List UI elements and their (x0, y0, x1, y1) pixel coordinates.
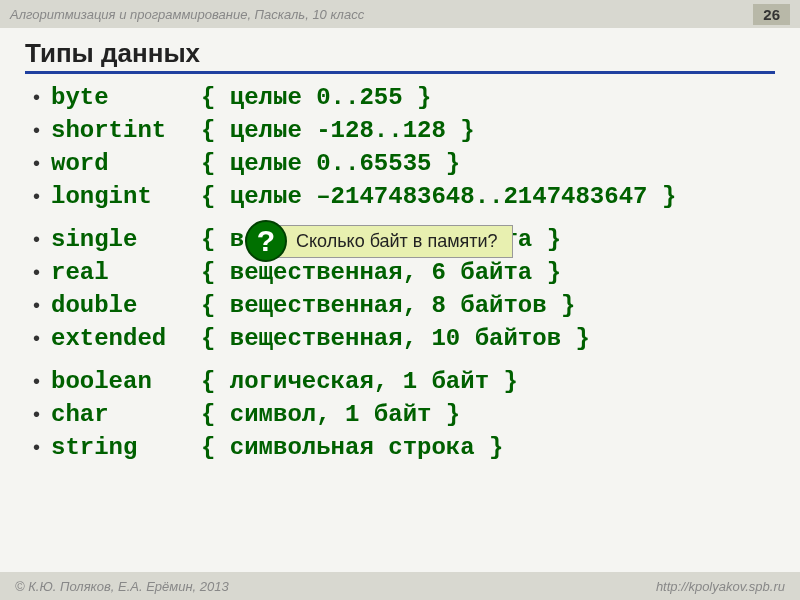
type-name: longint (51, 183, 201, 210)
type-comment: { символьная строка } (201, 434, 503, 461)
type-comment: { вещественная, 8 байтов } (201, 292, 575, 319)
footer-url: http://kpolyakov.spb.ru (656, 579, 785, 594)
copyright: © К.Ю. Поляков, Е.А. Ерёмин, 2013 (15, 579, 229, 594)
course-title: Алгоритмизация и программирование, Паска… (10, 7, 364, 22)
page-number: 26 (753, 4, 790, 25)
type-name: single (51, 226, 201, 253)
question-text: Сколько байт в памяти? (277, 225, 513, 258)
bullet-icon: • (33, 186, 51, 206)
type-row: •boolean{ логическая, 1 байт } (33, 368, 775, 395)
question-callout: ?Сколько байт в памяти? (245, 220, 513, 262)
type-comment: { логическая, 1 байт } (201, 368, 518, 395)
bullet-icon: • (33, 87, 51, 107)
type-row: •byte{ целые 0..255 } (33, 84, 775, 111)
bullet-icon: • (33, 295, 51, 315)
type-row: •real{ вещественная, 6 байта } (33, 259, 775, 286)
type-comment: { целые 0..65535 } (201, 150, 460, 177)
type-name: word (51, 150, 201, 177)
bullet-icon: • (33, 153, 51, 173)
type-comment: { символ, 1 байт } (201, 401, 460, 428)
type-name: boolean (51, 368, 201, 395)
type-list: •byte{ целые 0..255 }•shortint{ целые -1… (25, 84, 775, 461)
type-name: string (51, 434, 201, 461)
type-name: real (51, 259, 201, 286)
bullet-icon: • (33, 120, 51, 140)
type-name: byte (51, 84, 201, 111)
type-row: •extended{ вещественная, 10 байтов } (33, 325, 775, 352)
type-comment: { целые –2147483648..2147483647 } (201, 183, 676, 210)
slide-header: Алгоритмизация и программирование, Паска… (0, 0, 800, 28)
slide-footer: © К.Ю. Поляков, Е.А. Ерёмин, 2013 http:/… (0, 572, 800, 600)
type-comment: { целые -128..128 } (201, 117, 475, 144)
type-row: •double{ вещественная, 8 байтов } (33, 292, 775, 319)
bullet-icon: • (33, 229, 51, 249)
type-name: extended (51, 325, 201, 352)
type-row: •single{ вещественная, 4 байта }?Сколько… (33, 226, 775, 253)
type-row: •char{ символ, 1 байт } (33, 401, 775, 428)
slide-content: Типы данных •byte{ целые 0..255 }•shorti… (0, 28, 800, 461)
type-name: shortint (51, 117, 201, 144)
type-comment: { вещественная, 10 байтов } (201, 325, 590, 352)
slide-title: Типы данных (25, 38, 775, 74)
type-name: char (51, 401, 201, 428)
bullet-icon: • (33, 404, 51, 424)
bullet-icon: • (33, 328, 51, 348)
type-row: •word{ целые 0..65535 } (33, 150, 775, 177)
bullet-icon: • (33, 371, 51, 391)
type-row: •longint{ целые –2147483648..2147483647 … (33, 183, 775, 210)
type-comment: { вещественная, 6 байта } (201, 259, 561, 286)
bullet-icon: • (33, 437, 51, 457)
type-row: •string{ символьная строка } (33, 434, 775, 461)
bullet-icon: • (33, 262, 51, 282)
type-row: •shortint{ целые -128..128 } (33, 117, 775, 144)
question-icon: ? (245, 220, 287, 262)
type-comment: { целые 0..255 } (201, 84, 431, 111)
type-name: double (51, 292, 201, 319)
